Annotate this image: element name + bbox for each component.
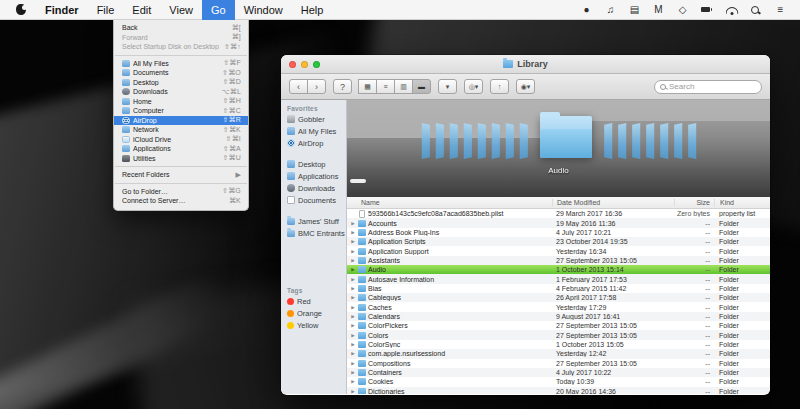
icon-view-button[interactable]: ▦ xyxy=(358,79,377,94)
disclosure-triangle-icon[interactable]: ▶ xyxy=(350,295,356,300)
disclosure-triangle-icon[interactable]: ▶ xyxy=(350,267,356,272)
go-menu-item[interactable]: Recent Folders ▶ xyxy=(114,170,248,180)
sidebar-item[interactable]: All My Files xyxy=(281,125,346,137)
sidebar-item[interactable]: Applications xyxy=(281,170,346,182)
sidebar-item[interactable]: James' Stuff xyxy=(281,215,346,227)
disclosure-triangle-icon[interactable]: ▶ xyxy=(350,323,356,328)
notification-center-icon[interactable]: ≡ xyxy=(775,4,786,16)
coverflow-selected-folder-icon[interactable] xyxy=(540,116,592,158)
coverflow-item[interactable] xyxy=(618,123,626,159)
disclosure-triangle-icon[interactable]: ▶ xyxy=(350,333,356,338)
disclosure-triangle-icon[interactable]: ▶ xyxy=(350,221,356,226)
coverflow-item[interactable] xyxy=(604,123,612,159)
tag-item[interactable]: Red xyxy=(281,295,346,307)
table-row[interactable]: ▶ Compositions 27 September 2013 15:05 -… xyxy=(347,359,770,368)
battery-icon[interactable] xyxy=(701,4,712,16)
apple-menu[interactable] xyxy=(6,0,36,20)
arrange-button[interactable]: ▾ xyxy=(438,79,457,94)
quicklook-button[interactable]: ◉▾ xyxy=(516,79,535,94)
go-menu-item[interactable]: Go to Folder… ⇧⌘G xyxy=(114,187,248,197)
go-menu-item[interactable] xyxy=(115,166,247,167)
disclosure-triangle-icon[interactable]: ▶ xyxy=(350,286,356,291)
go-menu-item[interactable]: AirDrop ⇧⌘R xyxy=(114,116,248,126)
table-row[interactable]: ▶ Application Scripts 23 October 2014 19… xyxy=(347,237,770,246)
coverflow-item[interactable] xyxy=(688,123,696,159)
table-row[interactable]: ▶ Autosave Information 1 February 2017 1… xyxy=(347,274,770,283)
table-row[interactable]: ▶ Assistants 27 September 2013 15:05 -- … xyxy=(347,256,770,265)
table-row[interactable]: ▶ Bias 4 February 2015 11:42 -- Folder xyxy=(347,284,770,293)
disclosure-triangle-icon[interactable]: ▶ xyxy=(350,351,356,356)
column-header-size[interactable]: Size xyxy=(674,199,714,206)
disclosure-triangle-icon[interactable]: ▶ xyxy=(350,379,356,384)
go-menu-item[interactable]: Select Startup Disk on Desktop ⇧⌘↑ xyxy=(114,42,248,52)
action-button[interactable]: ◎▾ xyxy=(464,79,483,94)
column-header-kind[interactable]: Kind xyxy=(714,199,770,206)
back-button[interactable]: ‹ xyxy=(289,79,308,94)
coverflow-item[interactable] xyxy=(646,123,654,159)
table-row[interactable]: ▶ Address Book Plug-Ins 4 July 2017 10:2… xyxy=(347,228,770,237)
go-menu-item[interactable]: Back ⌘[ xyxy=(114,23,248,33)
go-menu-item[interactable]: Home ⇧⌘H xyxy=(114,97,248,107)
tag-item[interactable]: Yellow xyxy=(281,319,346,331)
menubar-menu[interactable]: Window xyxy=(235,0,292,20)
disclosure-triangle-icon[interactable]: ▶ xyxy=(350,258,356,263)
table-row[interactable]: ▶ Containers 4 July 2017 10:22 -- Folder xyxy=(347,368,770,377)
table-row[interactable]: ▶ com.apple.nsurlsessiond Yesterday 12:4… xyxy=(347,349,770,358)
table-row[interactable]: ▶ Calendars 9 August 2017 16:41 -- Folde… xyxy=(347,312,770,321)
sidebar-item[interactable]: Downloads xyxy=(281,182,346,194)
disclosure-triangle-icon[interactable]: ▶ xyxy=(350,239,356,244)
menubar-menu[interactable]: Help xyxy=(292,0,333,20)
menubar-menu[interactable]: Edit xyxy=(123,0,160,20)
menu-extra-icon[interactable]: ● xyxy=(581,4,592,16)
forward-button[interactable]: › xyxy=(307,79,326,94)
menubar-menu[interactable]: File xyxy=(88,0,124,20)
search-input[interactable] xyxy=(669,82,756,91)
coverflow-scrollbar[interactable] xyxy=(350,179,366,183)
table-row[interactable]: ▶ Application Support Yesterday 16:34 --… xyxy=(347,246,770,255)
go-menu-item[interactable]: Connect to Server… ⌘K xyxy=(114,196,248,206)
table-row[interactable]: ▶ Audio 1 October 2013 15:14 -- Folder xyxy=(347,265,770,274)
coverflow-item[interactable] xyxy=(660,123,668,159)
go-menu-item[interactable]: Utilities ⇧⌘U xyxy=(114,154,248,164)
tag-item[interactable]: Orange xyxy=(281,307,346,319)
go-menu-item[interactable]: Applications ⇧⌘A xyxy=(114,144,248,154)
coverflow-item[interactable] xyxy=(449,123,457,159)
sidebar-item[interactable]: Documents xyxy=(281,194,346,206)
help-button[interactable]: ? xyxy=(333,79,352,94)
column-view-button[interactable]: ▥ xyxy=(394,79,413,94)
table-row[interactable]: ▶ Cookies Today 10:39 -- Folder xyxy=(347,377,770,386)
bluetooth-icon[interactable]: ◇ xyxy=(677,4,688,16)
coverflow-item[interactable] xyxy=(421,123,429,159)
go-menu-item[interactable] xyxy=(115,183,247,184)
disclosure-triangle-icon[interactable]: ▶ xyxy=(350,305,356,310)
disclosure-triangle-icon[interactable]: ▶ xyxy=(350,314,356,319)
go-menu-item[interactable]: Network ⇧⌘K xyxy=(114,125,248,135)
coverflow-item[interactable] xyxy=(463,123,471,159)
table-row[interactable]: ▶ Colors 27 September 2013 15:05 -- Fold… xyxy=(347,330,770,339)
disclosure-triangle-icon[interactable]: ▶ xyxy=(350,230,356,235)
spotlight-icon[interactable] xyxy=(751,4,762,16)
coverflow-item[interactable] xyxy=(505,123,513,159)
zoom-button[interactable] xyxy=(313,61,320,68)
disclosure-triangle-icon[interactable]: ▶ xyxy=(350,389,356,394)
titlebar[interactable]: Library xyxy=(281,55,770,74)
menubar-menu[interactable]: Finder xyxy=(36,0,88,20)
sidebar-item[interactable]: AirDrop xyxy=(281,137,346,149)
table-row[interactable]: ▶ ColorSync 1 October 2013 15:05 -- Fold… xyxy=(347,340,770,349)
table-row[interactable]: ▶ Dictionaries 20 May 2016 14:36 -- Fold… xyxy=(347,387,770,394)
close-button[interactable] xyxy=(289,61,296,68)
table-row[interactable]: ▶ Accounts 19 May 2016 11:36 -- Folder xyxy=(347,218,770,227)
coverflow-item[interactable] xyxy=(477,123,485,159)
share-button[interactable]: ↑ xyxy=(490,79,509,94)
search-field[interactable] xyxy=(654,80,762,94)
table-row[interactable]: ▶ Cableguys 26 April 2017 17:58 -- Folde… xyxy=(347,293,770,302)
go-menu-item[interactable]: Desktop ⇧⌘D xyxy=(114,78,248,88)
wifi-icon[interactable] xyxy=(725,4,738,16)
go-menu-item[interactable]: iCloud Drive ⇧⌘I xyxy=(114,135,248,145)
coverflow-item[interactable] xyxy=(519,123,527,159)
table-row[interactable]: ▶ Caches Yesterday 17:29 -- Folder xyxy=(347,302,770,311)
coverflow-item[interactable] xyxy=(435,123,443,159)
sidebar-item[interactable]: Gobbler xyxy=(281,113,346,125)
minimize-button[interactable] xyxy=(301,61,308,68)
disclosure-triangle-icon[interactable]: ▶ xyxy=(350,361,356,366)
